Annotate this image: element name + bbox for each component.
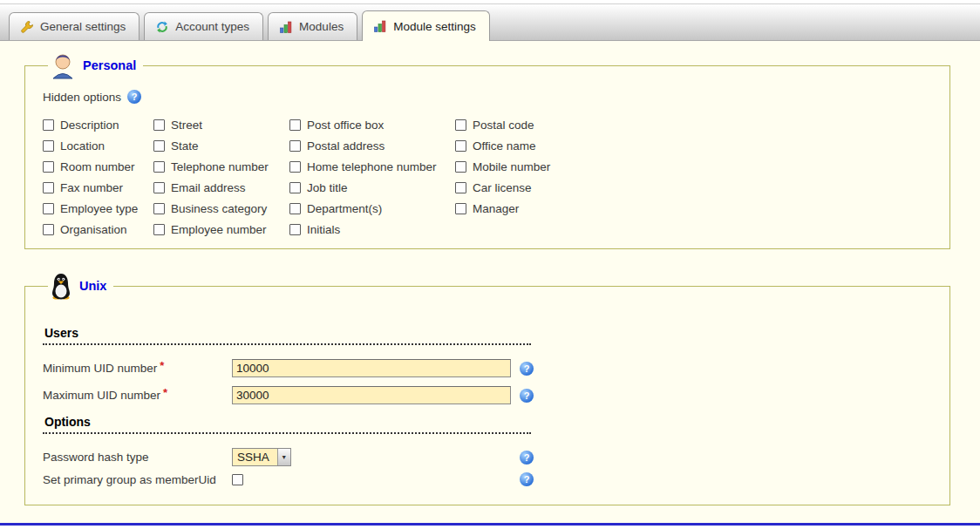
hidden-option-car-license[interactable]: Car license bbox=[455, 181, 936, 194]
hidden-option-employee-number[interactable]: Employee number bbox=[153, 223, 289, 236]
checkbox-label: Mobile number bbox=[473, 160, 550, 173]
checkbox[interactable] bbox=[289, 119, 301, 131]
hidden-option-fax-number[interactable]: Fax number bbox=[43, 181, 153, 194]
hidden-option-mobile-number[interactable]: Mobile number bbox=[455, 160, 936, 173]
tab-bar: General settings Account types Modules bbox=[0, 3, 980, 41]
min-uid-input[interactable] bbox=[232, 359, 511, 377]
checkbox[interactable] bbox=[455, 119, 466, 131]
password-hash-select[interactable]: SSHA ▼ bbox=[232, 448, 291, 466]
hidden-option-manager[interactable]: Manager bbox=[455, 202, 936, 215]
tab-label: Modules bbox=[299, 20, 344, 33]
hidden-option-postal-address[interactable]: Postal address bbox=[289, 139, 455, 153]
hidden-option-employee-type[interactable]: Employee type bbox=[43, 202, 153, 215]
hidden-option-post-office-box[interactable]: Post office box bbox=[289, 119, 455, 132]
checkbox[interactable] bbox=[289, 140, 301, 152]
tab-label: Module settings bbox=[393, 20, 476, 33]
options-section-header: Options bbox=[43, 415, 531, 434]
chevron-down-icon: ▼ bbox=[277, 449, 290, 465]
hidden-option-room-number[interactable]: Room number bbox=[43, 160, 153, 173]
checkbox[interactable] bbox=[153, 182, 165, 193]
memberuid-label: Set primary group as memberUid bbox=[43, 473, 232, 486]
checkbox[interactable] bbox=[43, 182, 54, 193]
hidden-option-postal-code[interactable]: Postal code bbox=[455, 119, 936, 132]
password-hash-selected-value: SSHA bbox=[233, 449, 277, 465]
checkbox[interactable] bbox=[289, 224, 301, 235]
checkbox[interactable] bbox=[153, 140, 165, 152]
wrench-icon bbox=[20, 20, 34, 34]
help-icon[interactable]: ? bbox=[520, 472, 534, 486]
tab-general-settings[interactable]: General settings bbox=[9, 12, 140, 40]
checkbox-label: Room number bbox=[60, 160, 135, 173]
module-settings-page: Personal Hidden options ? Description St… bbox=[0, 41, 980, 526]
checkbox-label: Manager bbox=[473, 202, 519, 215]
tab-module-settings[interactable]: Module settings bbox=[362, 10, 490, 41]
tux-penguin-icon bbox=[50, 272, 72, 300]
unix-section: Unix Users Minimum UID number* ? Maximum… bbox=[24, 272, 950, 505]
checkbox-label: Telephone number bbox=[171, 160, 269, 173]
checkbox[interactable] bbox=[153, 119, 165, 131]
personal-section: Personal Hidden options ? Description St… bbox=[24, 51, 950, 249]
hidden-option-initials[interactable]: Initials bbox=[289, 223, 455, 236]
personal-title: Personal bbox=[83, 58, 136, 72]
checkbox-label: Postal address bbox=[307, 139, 385, 153]
unix-legend: Unix bbox=[48, 272, 113, 300]
password-hash-label: Password hash type bbox=[43, 451, 232, 464]
min-uid-row: Minimum UID number* ? bbox=[43, 359, 936, 377]
hidden-option-job-title[interactable]: Job title bbox=[289, 181, 455, 194]
checkbox[interactable] bbox=[455, 182, 466, 193]
required-marker: * bbox=[163, 386, 167, 399]
checkbox[interactable] bbox=[455, 203, 466, 214]
checkbox-label: Employee type bbox=[60, 202, 138, 215]
help-icon[interactable]: ? bbox=[127, 90, 141, 104]
checkbox[interactable] bbox=[289, 203, 301, 214]
hidden-option-telephone-number[interactable]: Telephone number bbox=[153, 160, 289, 173]
checkbox-label: Department(s) bbox=[307, 202, 382, 215]
checkbox[interactable] bbox=[43, 203, 54, 214]
options-section-title: Options bbox=[44, 415, 91, 429]
checkbox[interactable] bbox=[153, 224, 165, 235]
help-icon[interactable]: ? bbox=[520, 451, 534, 465]
checkbox[interactable] bbox=[455, 140, 466, 152]
max-uid-input[interactable] bbox=[232, 386, 511, 404]
max-uid-label: Maximum UID number* bbox=[43, 389, 232, 402]
checkbox[interactable] bbox=[153, 161, 165, 173]
checkbox[interactable] bbox=[289, 182, 301, 193]
users-section-header: Users bbox=[43, 326, 531, 345]
hidden-option-office-name[interactable]: Office name bbox=[455, 139, 936, 153]
hidden-option-business-category[interactable]: Business category bbox=[153, 202, 289, 215]
checkbox[interactable] bbox=[455, 161, 466, 173]
hidden-option-home-telephone-number[interactable]: Home telephone number bbox=[289, 160, 455, 173]
hidden-option-email-address[interactable]: Email address bbox=[153, 181, 289, 194]
checkbox[interactable] bbox=[43, 140, 54, 152]
checkbox-label: Job title bbox=[307, 181, 348, 194]
hidden-option-state[interactable]: State bbox=[153, 139, 289, 153]
checkbox-label: State bbox=[171, 139, 199, 153]
checkbox-label: Fax number bbox=[60, 181, 123, 194]
hidden-option-street[interactable]: Street bbox=[153, 119, 289, 132]
checkbox[interactable] bbox=[153, 203, 165, 214]
checkbox[interactable] bbox=[43, 224, 54, 235]
tab-label: Account types bbox=[175, 20, 249, 33]
hidden-options-label: Hidden options bbox=[43, 91, 121, 104]
tab-modules[interactable]: Modules bbox=[268, 12, 357, 40]
memberuid-checkbox[interactable] bbox=[232, 474, 243, 485]
checkbox-label: Organisation bbox=[60, 223, 127, 236]
checkbox-label: Email address bbox=[171, 181, 246, 194]
hidden-option-organisation[interactable]: Organisation bbox=[43, 223, 153, 236]
checkbox-label: Office name bbox=[473, 139, 536, 153]
checkbox[interactable] bbox=[43, 161, 54, 173]
checkbox[interactable] bbox=[289, 161, 301, 173]
hidden-option-description[interactable]: Description bbox=[43, 119, 153, 132]
help-icon[interactable]: ? bbox=[520, 389, 534, 403]
tab-account-types[interactable]: Account types bbox=[144, 12, 263, 40]
checkbox[interactable] bbox=[43, 119, 54, 131]
max-uid-row: Maximum UID number* ? bbox=[43, 386, 936, 404]
hidden-option-location[interactable]: Location bbox=[43, 139, 153, 153]
help-icon[interactable]: ? bbox=[520, 362, 534, 376]
hidden-option-departments[interactable]: Department(s) bbox=[289, 202, 455, 215]
checkbox-label: Initials bbox=[307, 223, 340, 236]
hidden-options-grid: Description Street Post office box Posta… bbox=[43, 119, 936, 236]
checkbox-label: Employee number bbox=[171, 223, 267, 236]
checkbox-label: Car license bbox=[473, 181, 532, 194]
checkbox-label: Location bbox=[60, 139, 105, 153]
